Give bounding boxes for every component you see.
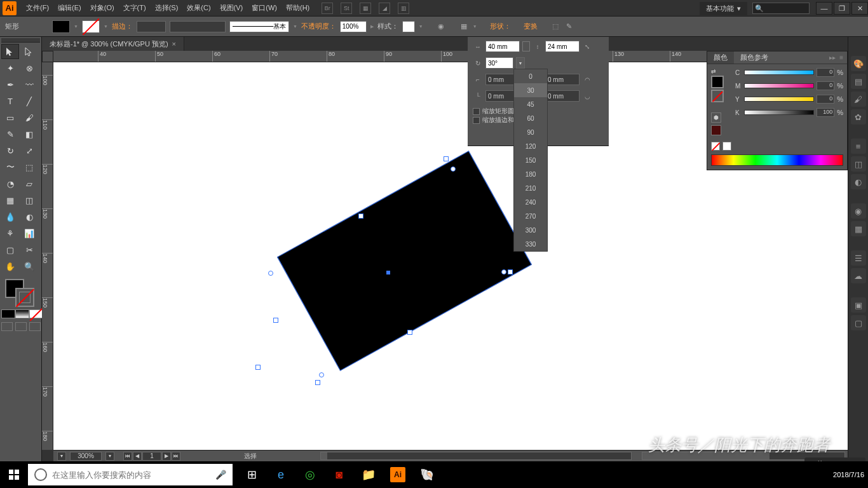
h-scrollbar-1[interactable] [320,452,632,460]
menu-view[interactable]: 视图(V) [215,3,248,13]
angle-option[interactable]: 300 [514,223,547,237]
start-button[interactable] [0,461,28,488]
recolor-icon[interactable]: ◉ [436,22,446,32]
stroke-profile-select[interactable] [170,21,226,32]
menu-edit[interactable]: 编辑(E) [53,3,86,13]
last-color-swatch[interactable] [711,125,721,135]
width-tool[interactable]: 〜 [1,159,19,175]
toolbox-stroke[interactable] [15,288,34,307]
isolate-icon[interactable]: ⬚ [550,22,560,32]
channel-value[interactable]: 100 [817,108,834,117]
document-tab[interactable]: 未标题-1* @ 300% (CMYK/GPU 预览) × [42,37,184,51]
bridge-icon[interactable]: Br [322,3,333,14]
angle-option[interactable]: 0 [514,69,547,83]
angle-option[interactable]: 180 [514,167,547,181]
angle-option[interactable]: 45 [514,97,547,111]
bounding-handle[interactable] [255,365,261,370]
slider-track-m[interactable] [744,83,814,88]
fill-stroke-swatches[interactable] [1,279,39,307]
app-icon[interactable]: 🐚 [413,461,441,488]
blend-tool[interactable]: ◐ [20,209,38,224]
pencil-tool[interactable]: ✎ [1,126,19,142]
eyedropper-tool[interactable]: 💧 [1,209,19,224]
illustrator-taskbar-icon[interactable]: Ai [384,461,412,488]
brush-select[interactable]: 基本 [229,21,289,32]
prev-artboard-icon[interactable]: ◀ [133,452,142,461]
rotate-tool[interactable]: ↻ [1,143,19,158]
anchor-point[interactable] [268,271,273,276]
angle-option[interactable]: 330 [514,237,547,251]
tab-close-icon[interactable]: × [172,40,176,48]
menu-select[interactable]: 选择(S) [151,3,183,13]
close-button[interactable]: ✕ [851,2,868,15]
angle-option[interactable]: 150 [514,153,547,167]
edge-icon[interactable]: e [267,461,295,488]
symbols-panel-icon[interactable]: ✿ [851,109,866,125]
chevron-down-icon[interactable]: ▼ [473,24,477,29]
edit-icon[interactable]: ✎ [564,22,574,32]
screen-present[interactable] [29,322,41,331]
corner-type-icon[interactable]: ◠ [582,74,592,85]
slider-track-c[interactable] [744,70,814,75]
perspective-tool[interactable]: ▱ [20,176,38,191]
browser-icon[interactable]: ◎ [296,461,324,488]
gpu-icon[interactable]: ◢ [379,3,390,14]
line-tool[interactable]: ╱ [20,93,38,109]
magic-wand-tool[interactable]: ✦ [1,60,19,76]
opacity-input[interactable] [340,21,367,32]
swap-icon[interactable]: ⇄ [711,68,716,74]
color-spectrum[interactable] [711,154,843,166]
artboard-tool[interactable]: ▢ [1,242,19,257]
angle-option[interactable]: 90 [514,125,547,139]
graphic-styles-icon[interactable]: ▦ [851,221,866,236]
corner-type-icon[interactable]: ◡ [582,91,592,101]
slider-track-k[interactable] [744,110,814,115]
color-mode-solid[interactable] [1,309,15,318]
none-color-icon[interactable] [711,142,720,151]
rectangle-shape[interactable] [277,151,532,371]
doc-setup-icon[interactable]: ▥ [398,3,409,14]
menu-file[interactable]: 文件(F) [22,3,53,13]
gradient-tool[interactable]: ◫ [20,193,38,208]
chevron-down-icon[interactable]: ▶ [370,24,374,29]
fill-swatch[interactable] [52,20,70,33]
ruler-origin[interactable] [42,51,53,62]
appearance-panel-icon[interactable]: ◉ [851,203,866,219]
center-point[interactable] [386,271,390,274]
shape-builder-tool[interactable]: ◔ [1,176,19,191]
height-input[interactable] [545,41,580,52]
explorer-icon[interactable]: 📁 [355,461,383,488]
shape-label[interactable]: 形状： [490,22,511,31]
first-artboard-icon[interactable]: ⏮ [123,452,132,461]
corner-br-input[interactable] [545,90,580,102]
angle-option[interactable]: 270 [514,209,547,223]
pen-tool[interactable]: ✒ [1,77,19,92]
bounding-handle[interactable] [273,318,278,323]
mesh-tool[interactable]: ▦ [1,193,19,208]
angle-input[interactable] [485,57,513,69]
libraries-panel-icon[interactable]: ☁ [851,268,866,283]
color-mode-none[interactable] [29,309,43,318]
link-wh-icon[interactable] [522,41,530,51]
color-panel-icon[interactable]: 🎨 [851,56,866,71]
direct-selection-tool[interactable] [20,44,38,59]
white-color-icon[interactable] [722,142,731,151]
screen-normal[interactable] [1,322,13,331]
color-guide-tab[interactable]: 颜色参考 [734,51,775,64]
stock-icon[interactable]: St [341,3,352,14]
maximize-button[interactable]: ❐ [834,2,850,15]
color-mode-gradient[interactable] [15,309,29,318]
rectangle-tool[interactable]: ▭ [1,110,19,125]
zoom-input[interactable]: 300% [70,452,102,461]
swatches-panel-icon[interactable]: ▤ [851,74,866,89]
bounding-handle[interactable] [315,380,320,385]
bounding-handle[interactable] [407,330,412,335]
angle-option[interactable]: 240 [514,195,547,209]
next-artboard-icon[interactable]: ▶ [162,452,171,461]
slice-tool[interactable]: ✂ [20,242,38,257]
layers-panel-icon[interactable]: ☰ [851,250,866,266]
corner-tr-input[interactable] [545,74,580,85]
ruler-vertical[interactable]: 100 110 120 130 140 150 160 170 180 [42,62,53,450]
status-dropdown-icon[interactable]: ▾ [57,452,66,461]
bounding-handle[interactable] [444,156,449,161]
